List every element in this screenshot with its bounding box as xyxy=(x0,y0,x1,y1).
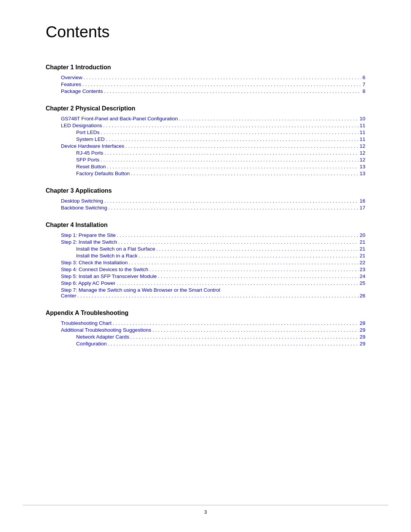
toc-entry[interactable]: Step 3: Check the Installation22 xyxy=(46,260,365,266)
toc-entry[interactable]: Reset Button13 xyxy=(46,164,365,170)
toc-section-chapter1: Chapter 1 IntroductionOverview6Features7… xyxy=(46,64,365,94)
toc-entry[interactable]: Step 1: Prepare the Site20 xyxy=(46,232,365,238)
chapter-heading-chapter1: Chapter 1 Introduction xyxy=(46,64,365,71)
toc-entry[interactable]: GS748T Front-Panel and Back-Panel Config… xyxy=(46,116,365,122)
toc-entry[interactable]: Step 2: Install the Switch21 xyxy=(46,239,365,245)
toc-entry[interactable]: Network Adapter Cards29 xyxy=(46,334,365,340)
table-of-contents: Chapter 1 IntroductionOverview6Features7… xyxy=(46,64,365,347)
chapter-heading-chapter4: Chapter 4 Installation xyxy=(46,222,365,228)
toc-entry[interactable]: Factory Defaults Button13 xyxy=(46,171,365,177)
toc-entry[interactable]: Features7 xyxy=(46,81,365,88)
toc-section-chapter4: Chapter 4 InstallationStep 1: Prepare th… xyxy=(46,222,365,299)
chapter-heading-chapter2: Chapter 2 Physical Description xyxy=(46,105,365,112)
footer-page-number: 3 xyxy=(0,509,411,515)
toc-entry[interactable]: Troubleshooting Chart28 xyxy=(46,320,365,326)
footer-line xyxy=(23,505,388,505)
toc-entry[interactable]: Step 5: Install an SFP Transceiver Modul… xyxy=(46,273,365,280)
toc-entry[interactable]: Step 7: Manage the Switch using a Web Br… xyxy=(46,287,365,299)
toc-section-appendixA: Appendix A TroubleshootingTroubleshootin… xyxy=(46,310,365,347)
toc-entry[interactable]: Step 4: Connect Devices to the Switch23 xyxy=(46,267,365,273)
toc-entry[interactable]: Port LEDs11 xyxy=(46,129,365,136)
toc-section-chapter2: Chapter 2 Physical DescriptionGS748T Fro… xyxy=(46,105,365,177)
toc-entry[interactable]: Step 6: Apply AC Power25 xyxy=(46,280,365,286)
toc-entry[interactable]: Install the Switch in a Rack21 xyxy=(46,253,365,259)
toc-entry[interactable]: Overview6 xyxy=(46,75,365,81)
toc-entry[interactable]: Additional Troubleshooting Suggestions29 xyxy=(46,327,365,333)
chapter-heading-appendixA: Appendix A Troubleshooting xyxy=(46,310,365,316)
toc-entry[interactable]: Configuration29 xyxy=(46,341,365,347)
toc-entry[interactable]: Install the Switch on a Flat Surface21 xyxy=(46,246,365,252)
page-title: Contents xyxy=(46,23,365,41)
toc-entry[interactable]: SFP Ports12 xyxy=(46,157,365,163)
toc-section-chapter3: Chapter 3 ApplicationsDesktop Switching1… xyxy=(46,187,365,211)
toc-entry[interactable]: Desktop Switching16 xyxy=(46,198,365,204)
toc-entry[interactable]: System LED11 xyxy=(46,136,365,142)
toc-entry[interactable]: Package Contents8 xyxy=(46,88,365,94)
toc-entry[interactable]: Device Hardware Interfaces12 xyxy=(46,143,365,149)
toc-entry[interactable]: RJ-45 Ports12 xyxy=(46,150,365,156)
chapter-heading-chapter3: Chapter 3 Applications xyxy=(46,187,365,194)
toc-entry[interactable]: LED Designations11 xyxy=(46,123,365,129)
toc-entry[interactable]: Backbone Switching17 xyxy=(46,205,365,211)
